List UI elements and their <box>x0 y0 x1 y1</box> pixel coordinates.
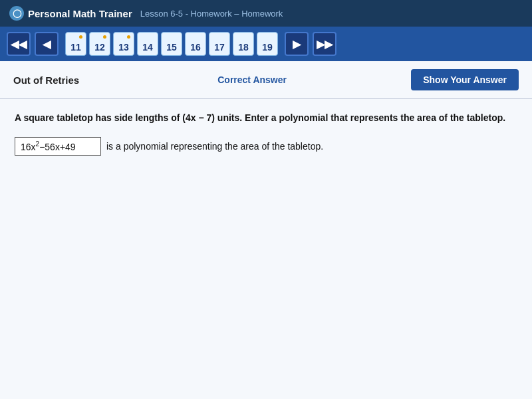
answer-rest: −56x+49 <box>39 142 76 152</box>
answer-suffix: is a polynomial representing the area of… <box>106 141 323 152</box>
header-bar: ◯ Personal Math Trainer Lesson 6-5 - Hom… <box>0 0 532 27</box>
nav-number-11[interactable]: 11 <box>65 32 86 56</box>
nav-number-16[interactable]: 16 <box>185 32 206 56</box>
nav-number-17[interactable]: 17 <box>209 32 230 56</box>
toolbar: Out of Retries Correct Answer Show Your … <box>0 61 532 99</box>
next-button[interactable]: ▶ <box>285 32 309 56</box>
question-area: A square tabletop has side lengths of (4… <box>0 99 532 399</box>
correct-answer-label: Correct Answer <box>106 74 398 85</box>
app-title: Personal Math Trainer <box>28 8 132 19</box>
main-content: Out of Retries Correct Answer Show Your … <box>0 61 532 399</box>
nav-number-12[interactable]: 12 <box>89 32 110 56</box>
show-answer-button[interactable]: Show Your Answer <box>411 69 519 90</box>
question-text: A square tabletop has side lengths of (4… <box>15 111 517 125</box>
prev-button[interactable]: ◀ <box>35 32 59 56</box>
nav-number-14[interactable]: 14 <box>137 32 158 56</box>
nav-number-13[interactable]: 13 <box>113 32 134 56</box>
answer-row: 16x2−56x+49 is a polynomial representing… <box>15 137 517 156</box>
answer-base: 16x <box>21 142 36 152</box>
app-logo: ◯ Personal Math Trainer <box>9 6 132 21</box>
next-fast-button[interactable]: ▶▶ <box>313 32 336 56</box>
nav-number-15[interactable]: 15 <box>161 32 182 56</box>
prev-fast-button[interactable]: ◀◀ <box>7 32 31 56</box>
nav-number-18[interactable]: 18 <box>233 32 254 56</box>
out-of-retries-label: Out of Retries <box>13 74 93 86</box>
lesson-label: Lesson 6-5 - Homework – Homework <box>140 9 283 19</box>
nav-bar: ◀◀ ◀ 111213141516171819 ▶ ▶▶ <box>0 27 532 61</box>
nav-numbers: 111213141516171819 <box>65 32 278 56</box>
nav-number-19[interactable]: 19 <box>257 32 278 56</box>
logo-icon: ◯ <box>9 6 24 21</box>
answer-input[interactable]: 16x2−56x+49 <box>15 137 101 156</box>
